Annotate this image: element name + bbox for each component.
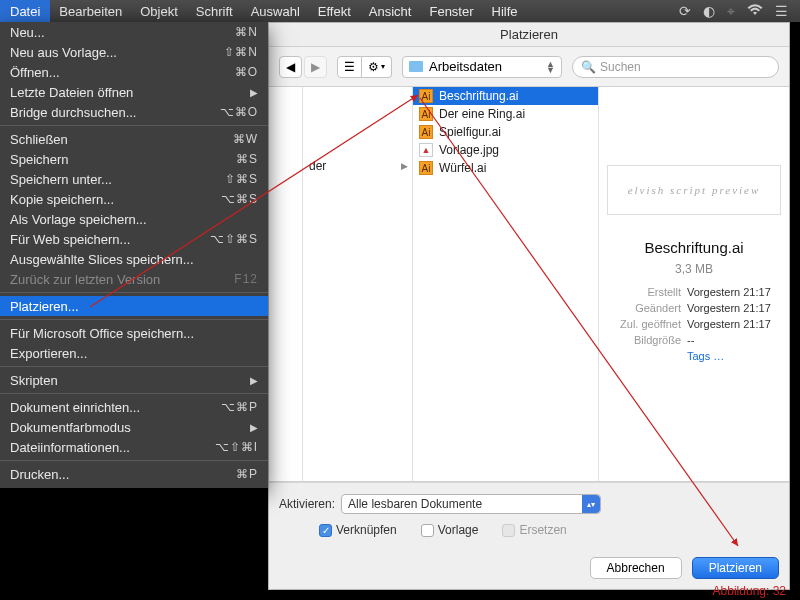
menu-fenster[interactable]: Fenster [420,0,482,22]
chevron-updown-icon: ▲▼ [546,61,555,73]
preview-thumbnail: elvish script preview [607,165,781,215]
chevron-right-icon: ▶ [401,161,408,171]
search-input[interactable]: 🔍 Suchen [572,56,779,78]
dialog-toolbar: ◀ ▶ ☰ ⚙︎▾ Arbeitsdaten ▲▼ 🔍 Suchen [269,47,789,87]
place-button[interactable]: Platzieren [692,557,779,579]
file-item[interactable]: AiDer eine Ring.ai [413,105,598,123]
preview-filename: Beschriftung.ai [607,239,781,256]
separator [0,125,268,126]
ai-file-icon: Ai [419,125,433,139]
place-dialog: Platzieren ◀ ▶ ☰ ⚙︎▾ Arbeitsdaten ▲▼ 🔍 S… [268,22,790,590]
enable-label: Aktivieren: [279,497,335,511]
dd-web-speichern[interactable]: Für Web speichern...⌥⇧⌘S [0,229,268,249]
dd-letzte[interactable]: Letzte Dateien öffnen▶ [0,82,268,102]
preview-meta: ErstelltVorgestern 21:17 GeändertVorgest… [607,286,781,366]
dd-platzieren[interactable]: Platzieren... [0,296,268,316]
dd-oeffnen[interactable]: Öffnen...⌘O [0,62,268,82]
separator [0,460,268,461]
chevron-right-icon: ▶ [250,422,258,433]
ai-file-icon: Ai [419,89,433,103]
menu-ansicht[interactable]: Ansicht [360,0,421,22]
checkbox-replace: Ersetzen [502,523,566,537]
separator [0,393,268,394]
dd-neu[interactable]: Neu...⌘N [0,22,268,42]
menubar-status: ⟳ ◐ ⌖ ☰ [679,3,800,20]
columns-view-icon[interactable]: ☰ [337,56,362,78]
control-center-icon[interactable]: ☰ [775,3,788,19]
checkbox-icon [421,524,434,537]
wifi-icon[interactable] [747,3,763,19]
cancel-button[interactable]: Abbrechen [590,557,682,579]
separator [0,366,268,367]
menu-bearbeiten[interactable]: Bearbeiten [50,0,131,22]
menu-auswahl[interactable]: Auswahl [242,0,309,22]
checkbox-link[interactable]: ✓Verknüpfen [319,523,397,537]
search-icon: 🔍 [581,60,596,74]
menubar: Datei Bearbeiten Objekt Schrift Auswahl … [0,0,800,22]
preview-size: 3,3 MB [607,262,781,276]
view-options-icon[interactable]: ⚙︎▾ [362,56,392,78]
dd-slices-speichern[interactable]: Ausgewählte Slices speichern... [0,249,268,269]
nav-fwd-button[interactable]: ▶ [304,56,327,78]
file-col-0[interactable] [269,87,303,481]
ai-file-icon: Ai [419,107,433,121]
menu-objekt[interactable]: Objekt [131,0,187,22]
dd-bridge[interactable]: Bridge durchsuchen...⌥⌘O [0,102,268,122]
separator [0,292,268,293]
dd-dateiinfo[interactable]: Dateiinformationen...⌥⇧⌘I [0,437,268,457]
dd-als-vorlage[interactable]: Als Vorlage speichern... [0,209,268,229]
location-label: Arbeitsdaten [429,59,502,74]
file-item[interactable]: AiWürfel.ai [413,159,598,177]
file-item[interactable]: Vorlage.jpg [413,141,598,159]
nav-back-button[interactable]: ◀ [279,56,302,78]
file-item[interactable]: AiSpielfigur.ai [413,123,598,141]
dd-drucken[interactable]: Drucken...⌘P [0,464,268,484]
dd-microsoft[interactable]: Für Microsoft Office speichern... [0,323,268,343]
tags-link[interactable]: Tags … [687,350,724,366]
file-browser: der▶ AiBeschriftung.ai AiDer eine Ring.a… [269,87,789,482]
dd-dokument-einrichten[interactable]: Dokument einrichten...⌥⌘P [0,397,268,417]
dialog-options: Aktivieren: Alle lesbaren Dokumente ▴▾ ✓… [269,482,789,547]
preview-pane: elvish script preview Beschriftung.ai 3,… [599,87,789,481]
checkbox-icon [502,524,515,537]
location-popup[interactable]: Arbeitsdaten ▲▼ [402,56,562,78]
image-file-icon [419,143,433,157]
menu-schrift[interactable]: Schrift [187,0,242,22]
menu-hilfe[interactable]: Hilfe [483,0,527,22]
enable-select[interactable]: Alle lesbaren Dokumente ▴▾ [341,494,601,514]
dd-speichern[interactable]: Speichern⌘S [0,149,268,169]
menu-datei[interactable]: Datei [0,0,50,22]
dd-speichern-unter[interactable]: Speichern unter...⇧⌘S [0,169,268,189]
ai-file-icon: Ai [419,161,433,175]
separator [0,319,268,320]
menu-effekt[interactable]: Effekt [309,0,360,22]
help-icon[interactable]: ◐ [703,3,715,19]
dd-exportieren[interactable]: Exportieren... [0,343,268,363]
file-col-1[interactable]: der▶ [303,87,413,481]
dd-schliessen[interactable]: Schließen⌘W [0,129,268,149]
bluetooth-icon[interactable]: ⌖ [727,3,735,20]
dd-skripten[interactable]: Skripten▶ [0,370,268,390]
dd-neu-vorlage[interactable]: Neu aus Vorlage...⇧⌘N [0,42,268,62]
dialog-title: Platzieren [269,23,789,47]
dialog-buttons: Abbrechen Platzieren [269,547,789,589]
dd-zurueck: Zurück zur letzten VersionF12 [0,269,268,289]
folder-icon [409,61,423,72]
dd-farbmodus[interactable]: Dokumentfarbmodus▶ [0,417,268,437]
dd-kopie-speichern[interactable]: Kopie speichern...⌥⌘S [0,189,268,209]
checkbox-template[interactable]: Vorlage [421,523,479,537]
file-item[interactable]: AiBeschriftung.ai [413,87,598,105]
figure-caption: Abbildung: 32 [713,584,786,598]
checkbox-icon: ✓ [319,524,332,537]
sync-icon[interactable]: ⟳ [679,3,691,19]
chevron-right-icon: ▶ [250,375,258,386]
file-col-2[interactable]: AiBeschriftung.ai AiDer eine Ring.ai AiS… [413,87,599,481]
view-mode-segment[interactable]: ☰ ⚙︎▾ [337,56,392,78]
chevron-updown-icon: ▴▾ [582,495,600,513]
chevron-right-icon: ▶ [250,87,258,98]
datei-dropdown: Neu...⌘N Neu aus Vorlage...⇧⌘N Öffnen...… [0,22,268,488]
